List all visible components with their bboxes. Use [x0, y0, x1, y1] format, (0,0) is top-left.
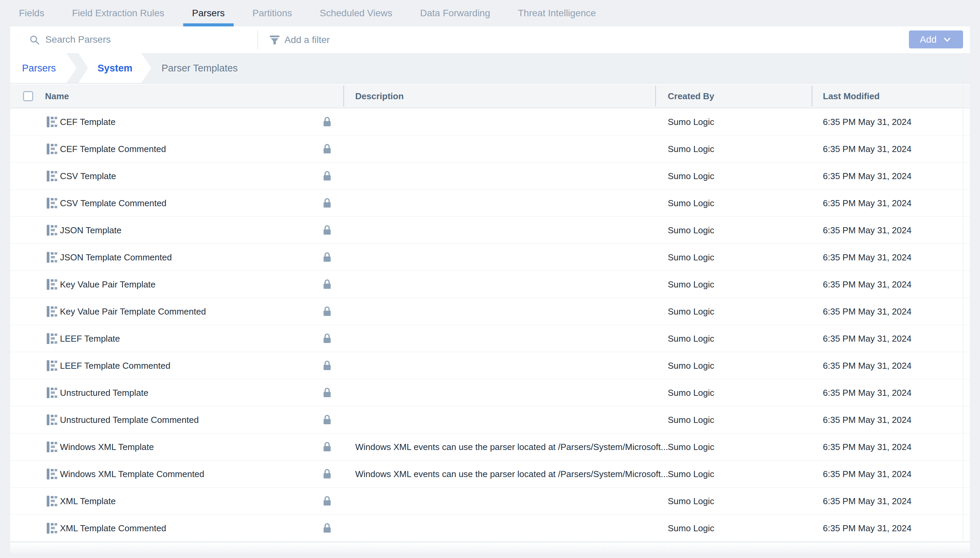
table-row[interactable]: LEEF Template CommentedSumo Logic6:35 PM…	[10, 352, 970, 379]
row-last-modified: 6:35 PM May 31, 2024	[823, 496, 912, 506]
parser-template-icon	[46, 441, 58, 453]
row-name: XML Template	[60, 496, 116, 506]
column-divider	[343, 86, 344, 106]
tab-label: Scheduled Views	[320, 8, 392, 19]
tab-data-forwarding[interactable]: Data Forwarding	[420, 0, 490, 26]
row-name: Windows XML Template Commented	[60, 469, 204, 479]
row-last-modified: 6:35 PM May 31, 2024	[823, 414, 912, 425]
breadcrumb-item-parsers[interactable]: Parsers	[10, 53, 77, 83]
lock-icon	[322, 522, 333, 534]
select-all-checkbox[interactable]	[23, 91, 33, 101]
parser-template-icon	[46, 116, 58, 128]
row-description: Windows XML events can use the parser lo…	[355, 469, 668, 479]
parser-template-icon	[46, 495, 58, 507]
tab-scheduled-views[interactable]: Scheduled Views	[320, 0, 392, 26]
tab-threat-intelligence[interactable]: Threat Intelligence	[518, 0, 596, 26]
parser-template-icon	[46, 359, 58, 372]
row-name: CEF Template Commented	[60, 144, 166, 154]
row-created-by: Sumo Logic	[668, 117, 714, 127]
lock-icon	[322, 251, 333, 263]
toolbar: Add a filter Add	[10, 26, 970, 53]
row-last-modified: 6:35 PM May 31, 2024	[823, 333, 912, 344]
row-created-by: Sumo Logic	[668, 360, 714, 371]
parser-template-icon	[46, 197, 58, 209]
table-row[interactable]: JSON TemplateSumo Logic6:35 PM May 31, 2…	[10, 217, 970, 244]
column-header-last-modified[interactable]: Last Modified	[823, 91, 880, 101]
breadcrumb: ParsersSystemParser Templates	[10, 53, 970, 84]
row-last-modified: 6:35 PM May 31, 2024	[823, 306, 912, 317]
tab-label: Data Forwarding	[420, 8, 490, 19]
row-created-by: Sumo Logic	[668, 225, 714, 235]
row-created-by: Sumo Logic	[668, 387, 714, 398]
parser-template-icon	[46, 387, 58, 399]
table-row[interactable]: Windows XML Template CommentedWindows XM…	[10, 461, 970, 487]
row-created-by: Sumo Logic	[668, 279, 714, 289]
row-created-by: Sumo Logic	[668, 469, 714, 479]
parser-template-icon	[46, 278, 58, 290]
table-header: Name Description Created By Last Modifie…	[10, 84, 970, 108]
chevron-down-icon	[942, 34, 952, 45]
search-input[interactable]	[45, 30, 235, 49]
table-row[interactable]: JSON Template CommentedSumo Logic6:35 PM…	[10, 244, 970, 271]
add-button-label: Add	[920, 34, 937, 45]
table-footer	[10, 542, 970, 554]
lock-icon	[322, 279, 333, 290]
table-row[interactable]: Windows XML TemplateWindows XML events c…	[10, 433, 970, 461]
lock-icon	[322, 496, 333, 507]
lock-icon	[322, 306, 333, 317]
row-created-by: Sumo Logic	[668, 333, 714, 344]
lock-icon	[322, 116, 333, 128]
column-divider	[655, 86, 656, 106]
column-header-name[interactable]: Name	[45, 91, 69, 101]
tab-label: Field Extraction Rules	[72, 8, 164, 19]
row-created-by: Sumo Logic	[668, 252, 714, 263]
table-row[interactable]: Key Value Pair TemplateSumo Logic6:35 PM…	[10, 271, 970, 298]
row-name: CSV Template Commented	[60, 198, 167, 208]
row-last-modified: 6:35 PM May 31, 2024	[823, 252, 912, 263]
tab-fields[interactable]: Fields	[19, 0, 44, 26]
table-body: CEF TemplateSumo Logic6:35 PM May 31, 20…	[10, 108, 970, 542]
lock-icon	[322, 441, 333, 453]
row-created-by: Sumo Logic	[668, 414, 714, 425]
column-header-created-by[interactable]: Created By	[668, 91, 714, 101]
tab-bar: FieldsField Extraction RulesParsersParti…	[0, 0, 980, 26]
row-created-by: Sumo Logic	[668, 441, 714, 452]
table-row[interactable]: CSV Template CommentedSumo Logic6:35 PM …	[10, 190, 970, 217]
row-last-modified: 6:35 PM May 31, 2024	[823, 144, 912, 154]
table-row[interactable]: CSV TemplateSumo Logic6:35 PM May 31, 20…	[10, 162, 970, 190]
lock-icon	[322, 143, 333, 155]
add-button[interactable]: Add	[909, 31, 963, 48]
table-row[interactable]: Unstructured TemplateSumo Logic6:35 PM M…	[10, 379, 970, 406]
tab-field-extraction-rules[interactable]: Field Extraction Rules	[72, 0, 164, 26]
row-last-modified: 6:35 PM May 31, 2024	[823, 225, 912, 235]
table-right-divider	[963, 84, 964, 554]
row-name: LEEF Template Commented	[60, 360, 170, 371]
row-last-modified: 6:35 PM May 31, 2024	[823, 523, 912, 533]
table-row[interactable]: Unstructured Template CommentedSumo Logi…	[10, 406, 970, 433]
table-row[interactable]: CEF Template CommentedSumo Logic6:35 PM …	[10, 135, 970, 162]
tab-partitions[interactable]: Partitions	[253, 0, 292, 26]
row-name: Key Value Pair Template Commented	[60, 306, 206, 317]
tab-parsers[interactable]: Parsers	[192, 0, 225, 26]
parser-template-icon	[46, 170, 58, 182]
parser-template-icon	[46, 414, 58, 426]
table-row[interactable]: CEF TemplateSumo Logic6:35 PM May 31, 20…	[10, 108, 970, 135]
column-divider	[812, 86, 813, 106]
table-row[interactable]: Key Value Pair Template CommentedSumo Lo…	[10, 298, 970, 325]
add-filter-button[interactable]: Add a filter	[284, 26, 330, 53]
column-header-description[interactable]: Description	[355, 91, 404, 101]
row-last-modified: 6:35 PM May 31, 2024	[823, 387, 912, 398]
row-name: Windows XML Template	[60, 441, 154, 452]
table-row[interactable]: XML Template CommentedSumo Logic6:35 PM …	[10, 515, 970, 542]
row-last-modified: 6:35 PM May 31, 2024	[823, 171, 912, 181]
lock-icon	[322, 225, 333, 236]
table-row[interactable]: LEEF TemplateSumo Logic6:35 PM May 31, 2…	[10, 325, 970, 352]
table-row[interactable]: XML TemplateSumo Logic6:35 PM May 31, 20…	[10, 487, 970, 515]
lock-icon	[322, 360, 333, 371]
row-last-modified: 6:35 PM May 31, 2024	[823, 117, 912, 127]
row-name: CEF Template	[60, 117, 115, 127]
row-name: CSV Template	[60, 171, 116, 181]
row-created-by: Sumo Logic	[668, 198, 714, 208]
breadcrumb-item-parser-templates: Parser Templates	[161, 53, 238, 83]
breadcrumb-item-system[interactable]: System	[79, 53, 151, 83]
